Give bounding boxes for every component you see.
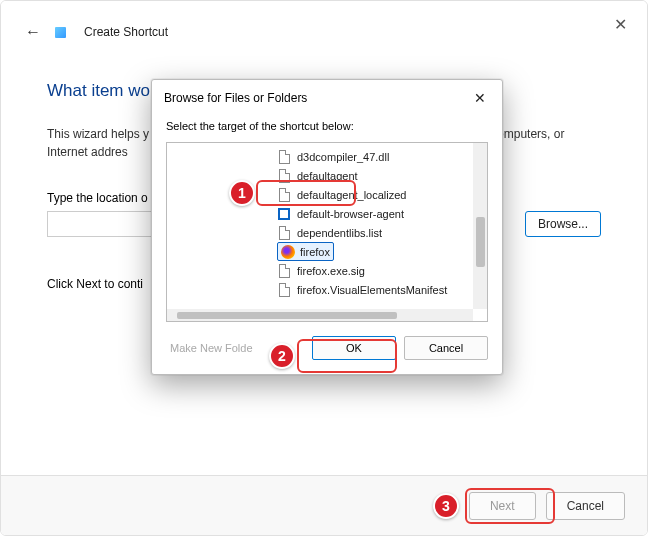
dialog-close-icon[interactable]: ✕ — [470, 90, 490, 106]
file-item[interactable]: defaultagent — [167, 166, 473, 185]
browse-dialog: Browse for Files or Folders ✕ Select the… — [151, 79, 503, 375]
horizontal-scrollbar[interactable] — [167, 309, 473, 321]
scroll-thumb[interactable] — [476, 217, 485, 267]
cancel-button[interactable]: Cancel — [546, 492, 625, 520]
ok-button[interactable]: OK — [312, 336, 396, 360]
callout-badge-2: 2 — [269, 343, 295, 369]
scroll-thumb[interactable] — [177, 312, 397, 319]
file-item[interactable]: default-browser-agent — [167, 204, 473, 223]
file-icon — [277, 169, 291, 183]
file-icon — [277, 283, 291, 297]
file-item[interactable]: d3dcompiler_47.dll — [167, 147, 473, 166]
window-close-icon[interactable]: ✕ — [614, 15, 627, 34]
callout-badge-3: 3 — [433, 493, 459, 519]
dialog-instruction: Select the target of the shortcut below: — [166, 120, 488, 132]
dialog-footer: Make New Folde OK Cancel — [166, 336, 488, 360]
file-item[interactable]: firefox.exe.sig — [167, 261, 473, 280]
shortcut-icon — [55, 27, 66, 38]
file-item-selected[interactable]: firefox — [167, 242, 473, 261]
browse-button[interactable]: Browse... — [525, 211, 601, 237]
window-footer: Next Cancel — [1, 475, 647, 535]
file-icon — [277, 150, 291, 164]
dialog-cancel-button[interactable]: Cancel — [404, 336, 488, 360]
back-arrow-icon[interactable]: ← — [25, 23, 41, 41]
window-title: Create Shortcut — [84, 25, 168, 39]
file-item[interactable]: dependentlibs.list — [167, 223, 473, 242]
dialog-titlebar: Browse for Files or Folders ✕ — [152, 80, 502, 116]
callout-badge-1: 1 — [229, 180, 255, 206]
file-icon — [277, 264, 291, 278]
vertical-scrollbar[interactable] — [473, 143, 487, 309]
dialog-title-text: Browse for Files or Folders — [164, 91, 307, 105]
file-icon — [277, 188, 291, 202]
file-tree[interactable]: d3dcompiler_47.dll defaultagent defaulta… — [166, 142, 488, 322]
file-icon — [277, 226, 291, 240]
dialog-body: Select the target of the shortcut below:… — [152, 120, 502, 374]
firefox-icon — [281, 245, 295, 259]
window-header: ← Create Shortcut — [1, 1, 647, 49]
make-new-folder-button[interactable]: Make New Folde — [166, 342, 253, 354]
file-item[interactable]: defaultagent_localized — [167, 185, 473, 204]
next-button[interactable]: Next — [469, 492, 536, 520]
exe-icon — [277, 207, 291, 221]
file-item[interactable]: firefox.VisualElementsManifest — [167, 280, 473, 299]
selected-file: firefox — [277, 242, 334, 261]
file-list: d3dcompiler_47.dll defaultagent defaulta… — [167, 143, 473, 309]
